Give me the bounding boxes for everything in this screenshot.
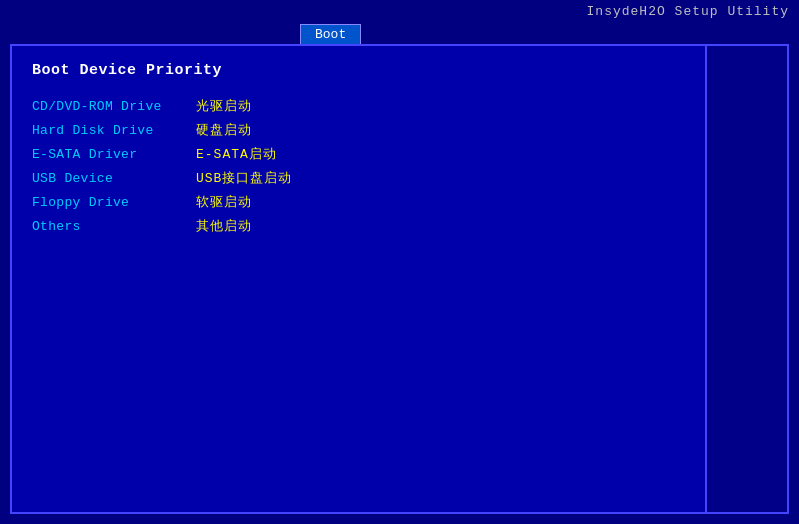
boot-items-list: CD/DVD-ROM Drive光驱启动Hard Disk Drive硬盘启动E… xyxy=(32,97,685,235)
right-panel xyxy=(707,46,787,512)
boot-device-description: USB接口盘启动 xyxy=(196,169,292,187)
boot-device-description: E-SATA启动 xyxy=(196,145,277,163)
boot-row: E-SATA DriverE-SATA启动 xyxy=(32,145,685,163)
boot-device-label: Floppy Drive xyxy=(32,195,172,210)
boot-row: USB DeviceUSB接口盘启动 xyxy=(32,169,685,187)
top-bar: InsydeH2O Setup Utility xyxy=(0,0,799,22)
boot-row: Others其他启动 xyxy=(32,217,685,235)
boot-device-description: 光驱启动 xyxy=(196,97,252,115)
tab-bar: Boot xyxy=(0,22,799,44)
main-area: Boot Device Priority CD/DVD-ROM Drive光驱启… xyxy=(10,44,789,514)
boot-device-label: Others xyxy=(32,219,172,234)
app-title: InsydeH2O Setup Utility xyxy=(587,4,789,19)
boot-device-label: USB Device xyxy=(32,171,172,186)
section-title: Boot Device Priority xyxy=(32,62,685,79)
boot-row: CD/DVD-ROM Drive光驱启动 xyxy=(32,97,685,115)
boot-device-label: E-SATA Driver xyxy=(32,147,172,162)
boot-device-description: 其他启动 xyxy=(196,217,252,235)
boot-device-label: CD/DVD-ROM Drive xyxy=(32,99,172,114)
boot-device-description: 软驱启动 xyxy=(196,193,252,211)
boot-device-description: 硬盘启动 xyxy=(196,121,252,139)
tab-boot[interactable]: Boot xyxy=(300,24,361,44)
boot-row: Hard Disk Drive硬盘启动 xyxy=(32,121,685,139)
boot-device-label: Hard Disk Drive xyxy=(32,123,172,138)
left-panel: Boot Device Priority CD/DVD-ROM Drive光驱启… xyxy=(12,46,707,512)
boot-row: Floppy Drive软驱启动 xyxy=(32,193,685,211)
